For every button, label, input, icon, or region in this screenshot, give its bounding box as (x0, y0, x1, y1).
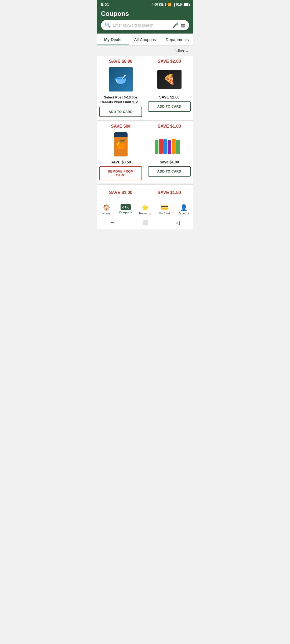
save-amount: SAVE $2.00 (159, 95, 179, 99)
partial-coupons-row: SAVE $1.00 SAVE $1.50 (97, 185, 193, 201)
nav-item-mycard[interactable]: 💳 My Card (155, 203, 174, 216)
barcode-icon[interactable]: ▦ (181, 22, 185, 28)
filter-label: Filter (176, 49, 184, 53)
microphone-icon[interactable]: 🎤 (173, 22, 179, 28)
nav-label-home: Home (102, 212, 110, 215)
save-amount: Save $1.00 (160, 160, 179, 164)
coupon-card: SAVE $1.00 Save $1.00 ADD TO CARD (145, 121, 193, 184)
status-icons: 4.00 KB/S 📶 ▐ 91% (152, 3, 189, 6)
nav-label-account: Account (178, 212, 189, 215)
nav-item-coupons[interactable]: 🏷% Coupons (116, 203, 135, 216)
save-label: SAVE $2.00 (158, 59, 181, 64)
android-back-button[interactable]: ◁ (176, 220, 180, 226)
save-amount: SAVE $0.50 (110, 160, 131, 164)
card-icon: 💳 (161, 204, 168, 211)
tab-all-coupons[interactable]: All Coupons (129, 34, 161, 45)
header: Coupons 🔍 🎤 ▦ (97, 8, 193, 34)
tab-my-deals[interactable]: My Deals (97, 34, 129, 45)
nav-label-coupons: Coupons (119, 211, 132, 214)
add-to-card-button[interactable]: ADD TO CARD (148, 166, 191, 177)
product-image (148, 131, 191, 158)
signal-icon: ▐ (173, 3, 175, 6)
add-to-card-button[interactable]: ADD TO CARD (99, 107, 142, 117)
home-icon: 🏠 (103, 204, 110, 211)
tabs-bar: My Deals All Coupons Departments (97, 34, 193, 46)
remove-from-card-button[interactable]: REMOVE FROM CARD (99, 166, 142, 180)
coupon-card: SAVE $6.90 Select Post 6-16.6oz Cereals … (97, 56, 145, 120)
save-label: SAVE $6.90 (109, 59, 132, 64)
product-description: Select Post 6-16.6oz Cereals 2/$4! Limit… (99, 95, 142, 105)
coupons-grid: SAVE $6.90 Select Post 6-16.6oz Cereals … (97, 56, 193, 185)
save-label: SAVE $1.00 (158, 124, 181, 129)
search-bar: 🔍 🎤 ▦ (101, 20, 189, 30)
wifi-icon: 📶 (168, 3, 172, 6)
chevron-down-icon: ⌄ (186, 48, 189, 53)
rewards-icon: ⭐ (142, 204, 149, 211)
page-title: Coupons (101, 10, 189, 17)
pizza-product-image (157, 70, 182, 89)
drinks-product-image (155, 135, 184, 154)
product-image (148, 66, 191, 93)
add-to-card-button[interactable]: ADD TO CARD (148, 101, 191, 112)
tab-departments[interactable]: Departments (161, 34, 193, 45)
account-icon: 👤 (180, 204, 187, 211)
search-icon: 🔍 (105, 22, 111, 28)
nav-label-mycard: My Card (159, 212, 170, 215)
coupons-icon: 🏷% (122, 205, 129, 209)
battery-icon (184, 3, 189, 6)
android-nav-bar: ☰ ⬜ ◁ (97, 217, 193, 229)
status-time: 5:01 (101, 2, 109, 7)
coupon-card: SAVE $2.00 SAVE $2.00 ADD TO CARD (145, 56, 193, 120)
cereal-product-image (109, 67, 133, 92)
product-image (99, 66, 142, 93)
nav-item-rewards[interactable]: ⭐ Rewards (135, 203, 155, 216)
partial-save-label: SAVE $1.00 (109, 190, 132, 195)
coupons-icon-bg: 🏷% (121, 204, 131, 210)
bottom-navigation: 🏠 Home 🏷% Coupons ⭐ Rewards 💳 My Card 👤 … (97, 201, 193, 217)
nav-item-home[interactable]: 🏠 Home (97, 203, 116, 216)
filter-bar: Filter ⌄ (97, 46, 193, 56)
partial-save-label: SAVE $1.50 (158, 190, 181, 195)
battery-percent: 91% (176, 3, 183, 6)
fanta-product-image (114, 132, 128, 156)
status-speed: 4.00 KB/S (152, 3, 166, 6)
status-bar: 5:01 4.00 KB/S 📶 ▐ 91% (97, 0, 193, 8)
nav-item-account[interactable]: 👤 Account (174, 203, 193, 216)
filter-button[interactable]: Filter ⌄ (176, 48, 189, 53)
nav-label-rewards: Rewards (139, 212, 151, 215)
android-menu-button[interactable]: ☰ (110, 220, 115, 226)
coupon-card: SAVE 50¢ SAVE $0.50 REMOVE FROM CARD (97, 121, 145, 184)
save-label: SAVE 50¢ (111, 124, 131, 129)
android-home-button[interactable]: ⬜ (142, 220, 148, 226)
search-input[interactable] (113, 23, 171, 27)
product-image (99, 131, 142, 158)
partial-coupon-card: SAVE $1.00 (97, 185, 145, 201)
partial-coupon-card: SAVE $1.50 (145, 185, 193, 201)
